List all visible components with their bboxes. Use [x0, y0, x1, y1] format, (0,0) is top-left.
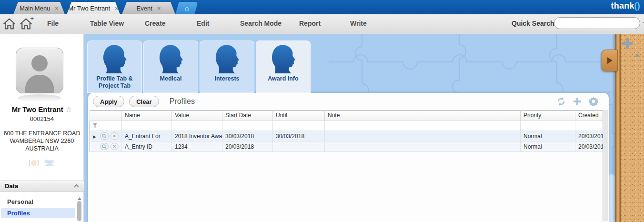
triangle-up-icon[interactable]: [634, 53, 640, 57]
person-icon: [29, 159, 39, 167]
cell-note[interactable]: [325, 131, 521, 141]
quick-search-input[interactable]: [559, 18, 643, 28]
menu-search-mode[interactable]: Search Mode: [240, 20, 282, 27]
col-name[interactable]: Name: [122, 111, 172, 121]
apply-button[interactable]: Apply: [93, 96, 124, 107]
tab-main-menu[interactable]: Main Menu ×: [13, 2, 65, 14]
profiles-table: Name Value Start Date Until Note Priorit…: [90, 110, 604, 152]
sidebar-item-personal[interactable]: Personal: [1, 196, 75, 207]
cell-name[interactable]: A_Entry ID: [122, 141, 172, 152]
col-until[interactable]: Until: [273, 111, 325, 121]
cell-created[interactable]: 20/03/201: [575, 131, 604, 141]
cell-until[interactable]: [273, 141, 325, 152]
home-icon: ⌂: [185, 5, 189, 11]
col-start-date[interactable]: Start Date: [222, 111, 273, 121]
sidebar-item-profiles[interactable]: Profiles: [1, 208, 75, 218]
chevron-up-icon: [74, 184, 79, 188]
avatar-reflection: [18, 94, 61, 102]
lookup-button[interactable]: [100, 132, 109, 140]
magnifier-icon: [102, 134, 107, 139]
scroll-up-icon[interactable]: [78, 197, 81, 200]
x-icon: ×: [113, 133, 116, 139]
cell-priority[interactable]: Normal: [521, 141, 575, 152]
close-icon[interactable]: ×: [115, 5, 119, 12]
tab-main-menu-label: Main Menu: [20, 5, 50, 12]
menu-bar: + File Table View Create Edit Search Mod…: [0, 14, 644, 34]
tab-medical[interactable]: Medical: [143, 40, 198, 93]
menu-report[interactable]: Report: [299, 20, 321, 27]
contact-id: 0002154: [0, 115, 84, 122]
sidebar-section-data[interactable]: Data: [0, 181, 84, 192]
gear-icon[interactable]: [589, 97, 598, 106]
close-icon[interactable]: ×: [157, 5, 161, 12]
cell-priority[interactable]: Normal: [521, 131, 575, 141]
panel-toolbar: Apply Clear Profiles: [88, 93, 609, 110]
cell-value[interactable]: 2018 Inventor Award: [172, 131, 222, 141]
tab-interests[interactable]: Interests: [200, 40, 254, 93]
col-value[interactable]: Value: [172, 111, 222, 121]
table-header-row: Name Value Start Date Until Note Priorit…: [90, 111, 604, 121]
home-tab[interactable]: ⌂: [175, 2, 198, 14]
contact-sidebar: Mr Two Entrant ☆ 0002154 600 THE ENTRANC…: [0, 34, 84, 222]
sidebar-scrollbar[interactable]: [77, 197, 82, 222]
arrow-right-icon: [607, 57, 613, 64]
cell-value[interactable]: 1234: [172, 141, 222, 152]
refresh-icon[interactable]: [556, 97, 566, 106]
current-row-icon: ▶: [93, 134, 96, 139]
plus-icon[interactable]: [622, 38, 633, 49]
table-row[interactable]: × A_Entry ID 1234 20/03/2018 Normal 20/0…: [90, 141, 604, 152]
tab-profile-project[interactable]: Profile Tab & Project Tab: [87, 40, 142, 93]
filter-icon-cell: [90, 121, 97, 131]
tab-award-info[interactable]: Award Info: [256, 40, 311, 93]
tab-mr-two-entrant-label: Mr Two Entrant: [68, 5, 110, 12]
add-icon[interactable]: [573, 97, 582, 106]
home-icon[interactable]: [3, 18, 16, 30]
title-bar: Main Menu × Mr Two Entrant × Event × ⌂ t…: [0, 0, 644, 14]
star-icon[interactable]: ☆: [65, 105, 72, 113]
profiles-panel: Apply Clear Profiles: [88, 93, 609, 222]
filter-icon: [93, 123, 97, 128]
menu-create[interactable]: Create: [145, 20, 166, 27]
group-icon: [44, 159, 55, 167]
cell-start-date[interactable]: 20/03/2018: [222, 141, 273, 152]
col-priority[interactable]: Priority: [521, 111, 575, 121]
col-created[interactable]: Created: [575, 111, 604, 121]
panel-title: Profiles: [170, 97, 195, 106]
magnifier-icon: [102, 144, 107, 149]
tab-mr-two-entrant[interactable]: Mr Two Entrant ×: [67, 2, 120, 14]
menu-edit[interactable]: Edit: [197, 20, 209, 27]
thankq-logo: thank(): [611, 1, 640, 11]
filter-row: [90, 121, 604, 131]
avatar[interactable]: [16, 48, 63, 93]
contact-name: Mr Two Entrant ☆: [0, 105, 84, 114]
workspace: Mr Two Entrant ☆ 0002154 600 THE ENTRANC…: [0, 34, 644, 222]
menu-write[interactable]: Write: [350, 20, 367, 27]
quick-search-label: Quick Search: [512, 20, 554, 27]
delete-button[interactable]: ×: [111, 132, 119, 140]
delete-button[interactable]: ×: [111, 143, 119, 150]
col-marker: [90, 111, 97, 121]
cell-start-date[interactable]: 30/03/2018: [222, 131, 273, 141]
col-note[interactable]: Note: [325, 111, 521, 121]
cell-created[interactable]: 20/03/201: [575, 141, 604, 152]
tab-event[interactable]: Event ×: [122, 2, 175, 14]
clear-button[interactable]: Clear: [129, 96, 159, 107]
quick-search-box: GO: [554, 17, 640, 29]
table-row[interactable]: ▶ × A_Entrant For 2018 Inventor Award 30…: [90, 131, 604, 141]
col-buttons: [97, 111, 122, 121]
bookmark-tab[interactable]: [602, 50, 618, 71]
contact-type-icons: [0, 159, 84, 167]
profile-tabs: Profile Tab & Project Tab Medical Intere…: [87, 40, 311, 93]
scrollbar-thumb[interactable]: [77, 201, 81, 221]
lookup-button[interactable]: [100, 143, 109, 150]
home-plus-icon[interactable]: +: [20, 18, 32, 30]
close-icon[interactable]: ×: [55, 5, 59, 12]
cell-until[interactable]: 30/03/2018: [273, 131, 325, 141]
x-icon: ×: [113, 144, 116, 149]
cell-name[interactable]: A_Entrant For: [122, 131, 172, 141]
menu-file[interactable]: File: [47, 20, 59, 27]
cell-note[interactable]: [325, 141, 521, 152]
menu-table-view[interactable]: Table View: [90, 20, 124, 27]
cork-strip: [621, 34, 644, 222]
table-scrollbar[interactable]: [603, 110, 608, 221]
